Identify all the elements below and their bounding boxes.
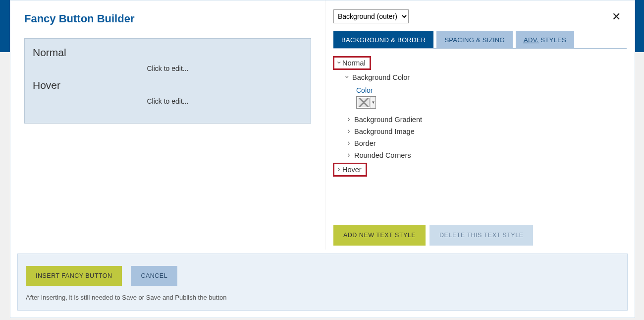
tree-node-background-color[interactable]: Background Color	[333, 71, 627, 83]
color-picker[interactable]: ▼	[356, 96, 376, 109]
tree-node-hover[interactable]: Hover	[333, 161, 627, 178]
style-tree: Normal Background Color Color ▼ B	[333, 49, 627, 178]
right-pane: ✕ Background (outer) BACKGROUND & BORDER…	[325, 0, 635, 250]
tree-label-bg-image: Background Image	[354, 128, 415, 135]
tree-node-normal[interactable]: Normal	[333, 55, 627, 71]
tab-adv-prefix: ADV.	[524, 36, 538, 44]
left-pane: Fancy Button Builder Normal Click to edi…	[10, 0, 325, 250]
tree-node-border[interactable]: Border	[333, 137, 627, 149]
tab-spacing-sizing[interactable]: SPACING & SIZING	[436, 31, 513, 48]
chevron-right-icon	[335, 165, 342, 174]
button-preview-box: Normal Click to edit... Hover Click to e…	[24, 38, 311, 124]
chevron-right-icon	[345, 115, 352, 124]
no-color-swatch-icon	[358, 98, 370, 107]
tree-label-bg-color: Background Color	[352, 73, 410, 81]
dropdown-arrow-icon: ▼	[371, 97, 376, 108]
layer-select[interactable]: Background (outer)	[333, 9, 409, 23]
footer-note: After inserting, it is still needed to S…	[26, 294, 619, 301]
tree-node-rounded-corners[interactable]: Rounded Corners	[333, 149, 627, 161]
tree-label-hover: Hover	[342, 166, 362, 174]
tab-adv-styles[interactable]: ADV. STYLES	[516, 31, 574, 48]
chevron-right-icon	[345, 127, 352, 136]
add-new-text-style-button[interactable]: ADD NEW TEXT STYLE	[333, 225, 426, 246]
preview-normal-heading: Normal	[33, 47, 303, 59]
cancel-button[interactable]: CANCEL	[131, 266, 177, 286]
highlight-box-hover: Hover	[333, 163, 367, 177]
tree-node-background-image[interactable]: Background Image	[333, 126, 627, 137]
dialog-main: Fancy Button Builder Normal Click to edi…	[10, 0, 635, 250]
delete-text-style-button[interactable]: DELETE THIS TEXT STYLE	[429, 225, 533, 246]
color-label: Color	[356, 86, 627, 94]
fancy-button-builder-dialog: Fancy Button Builder Normal Click to edi…	[10, 0, 635, 318]
tree-label-normal: Normal	[342, 59, 366, 67]
close-icon[interactable]: ✕	[612, 11, 621, 22]
preview-hover-heading: Hover	[33, 79, 303, 91]
dialog-footer: INSERT FANCY BUTTON CANCEL After inserti…	[17, 254, 628, 311]
highlight-box-normal: Normal	[333, 56, 371, 70]
tree-label-rounded: Rounded Corners	[354, 151, 411, 159]
footer-buttons: INSERT FANCY BUTTON CANCEL	[26, 266, 619, 286]
dialog-title: Fancy Button Builder	[10, 0, 325, 32]
chevron-right-icon	[345, 139, 352, 148]
chevron-down-icon	[343, 73, 350, 82]
color-field: Color ▼	[333, 83, 627, 114]
style-tabs: BACKGROUND & BORDER SPACING & SIZING ADV…	[333, 31, 627, 49]
right-pane-buttons: ADD NEW TEXT STYLE DELETE THIS TEXT STYL…	[333, 225, 627, 250]
tab-adv-suffix: STYLES	[538, 36, 566, 44]
tab-background-border[interactable]: BACKGROUND & BORDER	[333, 31, 433, 48]
tree-label-border: Border	[354, 139, 376, 147]
tree-node-background-gradient[interactable]: Background Gradient	[333, 114, 627, 126]
chevron-right-icon	[345, 151, 352, 160]
preview-hover-edit[interactable]: Click to edit...	[33, 94, 303, 110]
preview-normal-edit[interactable]: Click to edit...	[33, 62, 303, 77]
tree-label-bg-gradient: Background Gradient	[354, 116, 422, 124]
chevron-down-icon	[335, 59, 342, 67]
insert-fancy-button-button[interactable]: INSERT FANCY BUTTON	[26, 266, 122, 286]
